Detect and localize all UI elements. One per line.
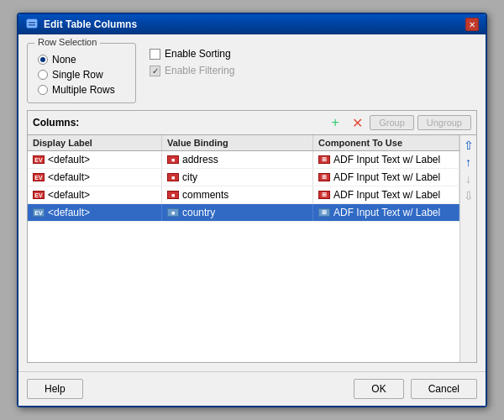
row-selection-group: Row Selection None Single Row Multiple R… (27, 43, 136, 103)
svg-rect-1 (29, 22, 35, 24)
radio-group: None Single Row Multiple Rows (38, 54, 125, 96)
help-button[interactable]: Help (27, 379, 83, 399)
row-icon-3: EV (33, 208, 45, 217)
component-icon-1: ⊞ (318, 173, 330, 181)
columns-section: Columns: + ✕ Group Ungroup Display Label… (27, 110, 477, 363)
columns-header-bar: Columns: + ✕ Group Ungroup (28, 111, 476, 135)
radio-single-label: Single Row (52, 69, 103, 81)
cell-component-1: ⊞ ADF Input Text w/ Label (313, 169, 459, 186)
enable-filtering-label: Enable Filtering (165, 65, 234, 76)
binding-icon-0: ■ (167, 155, 179, 164)
cell-display-0: EV <default> (28, 151, 162, 168)
binding-icon-3: ■ (167, 208, 179, 217)
cell-binding-2: ■ comments (162, 186, 313, 203)
cell-display-2: EV <default> (28, 186, 162, 203)
title-bar: Edit Table Columns ✕ (18, 14, 486, 34)
enable-sorting-box (150, 49, 160, 60)
row-icon-2: EV (33, 191, 45, 199)
checkboxes-section: Enable Sorting Enable Filtering (150, 48, 234, 76)
component-icon-0: ⊞ (318, 155, 330, 164)
radio-single-circle (38, 70, 48, 80)
move-bottom-button[interactable]: ⇩ (462, 189, 475, 202)
table-row[interactable]: EV <default> ■ comments ⊞ ADF Input Text… (28, 186, 459, 204)
cell-display-1: EV <default> (28, 169, 162, 186)
row-icon-1: EV (33, 173, 45, 181)
ungroup-button[interactable]: Ungroup (417, 115, 471, 130)
component-icon-3: ⊞ (318, 208, 330, 217)
radio-none-circle (38, 55, 48, 65)
table-main: Display Label Value Binding Component To… (28, 135, 459, 362)
cell-binding-3: ■ country (162, 204, 313, 221)
edit-table-columns-dialog: Edit Table Columns ✕ Row Selection None … (17, 13, 487, 407)
binding-icon-1: ■ (167, 173, 179, 181)
dialog-title: Edit Table Columns (44, 18, 460, 30)
radio-multiple-circle (38, 85, 48, 95)
cell-component-2: ⊞ ADF Input Text w/ Label (313, 186, 459, 203)
col-header-binding: Value Binding (162, 135, 313, 150)
col-header-component: Component To Use (313, 135, 459, 150)
enable-sorting-checkbox[interactable]: Enable Sorting (150, 48, 234, 60)
cell-binding-1: ■ city (162, 169, 313, 186)
top-row: Row Selection None Single Row Multiple R… (27, 43, 477, 103)
cell-binding-0: ■ address (162, 151, 313, 168)
nav-arrows: ⇧ ↑ ↓ ⇩ (459, 135, 476, 362)
radio-multiple-label: Multiple Rows (52, 84, 115, 96)
remove-column-button[interactable]: ✕ (348, 113, 366, 132)
table-row[interactable]: EV <default> ■ city ⊞ ADF Input Text w/ … (28, 169, 459, 186)
columns-toolbar: + ✕ Group Ungroup (326, 113, 471, 132)
row-selection-label: Row Selection (34, 37, 100, 47)
cell-component-3: ⊞ ADF Input Text w/ Label (313, 204, 459, 221)
enable-sorting-label: Enable Sorting (165, 48, 231, 60)
table-area: Display Label Value Binding Component To… (28, 135, 476, 362)
cell-component-0: ⊞ ADF Input Text w/ Label (313, 151, 459, 168)
ok-button[interactable]: OK (354, 379, 403, 399)
col-header-display: Display Label (28, 135, 162, 150)
move-up-button[interactable]: ↑ (462, 155, 475, 169)
row-icon-0: EV (33, 155, 45, 164)
enable-filtering-checkbox[interactable]: Enable Filtering (150, 65, 234, 76)
table-header: Display Label Value Binding Component To… (28, 135, 459, 151)
move-down-button[interactable]: ↓ (462, 172, 475, 186)
radio-single[interactable]: Single Row (38, 69, 125, 81)
table-row[interactable]: EV <default> ■ address ⊞ ADF Input Text … (28, 151, 459, 169)
group-button[interactable]: Group (370, 115, 414, 130)
dialog-footer: Help OK Cancel (18, 371, 486, 406)
cell-display-3: EV <default> (28, 204, 162, 221)
component-icon-2: ⊞ (318, 191, 330, 199)
binding-icon-2: ■ (167, 191, 179, 199)
table-row[interactable]: EV <default> ■ country ⊞ ADF Input Text … (28, 204, 459, 222)
add-column-button[interactable]: + (326, 113, 344, 132)
dialog-icon (25, 18, 39, 31)
table-body: EV <default> ■ address ⊞ ADF Input Text … (28, 151, 459, 222)
dialog-content: Row Selection None Single Row Multiple R… (18, 34, 486, 371)
radio-none[interactable]: None (38, 54, 125, 66)
columns-label: Columns: (33, 117, 79, 129)
close-button[interactable]: ✕ (465, 18, 479, 31)
radio-multiple[interactable]: Multiple Rows (38, 84, 125, 96)
enable-filtering-box (150, 66, 160, 76)
svg-rect-0 (27, 19, 37, 28)
radio-none-label: None (52, 54, 76, 66)
cancel-button[interactable]: Cancel (411, 379, 477, 399)
move-top-button[interactable]: ⇧ (462, 139, 475, 152)
svg-rect-2 (29, 24, 35, 26)
